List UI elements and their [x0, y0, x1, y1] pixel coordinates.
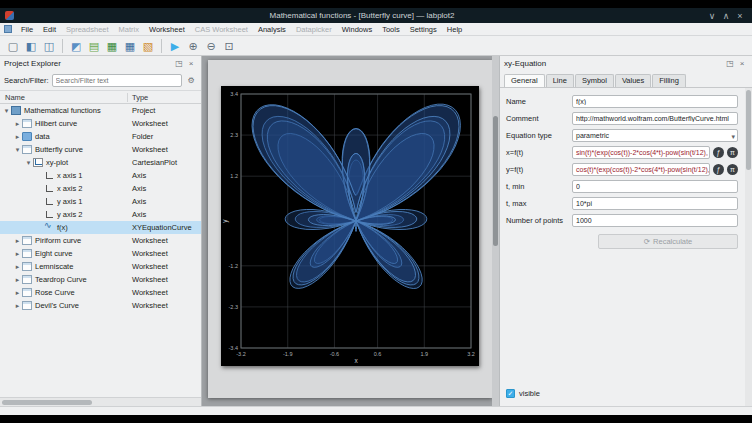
- constants-icon[interactable]: π: [727, 164, 738, 175]
- status-bar: [0, 406, 752, 415]
- maximize-button[interactable]: ∧: [719, 11, 733, 21]
- expander-icon[interactable]: ▸: [13, 263, 22, 271]
- folder-icon: [22, 132, 32, 141]
- tree-row-xy-plot[interactable]: ▾xy-plotCartesianPlot: [0, 156, 202, 169]
- constants-icon[interactable]: π: [727, 147, 738, 158]
- new-matrix-icon[interactable]: ▦: [122, 38, 138, 54]
- x-equation-input[interactable]: sin(t)*(exp(cos(t))-2*cos(4*t)-pow(sin(t…: [572, 146, 710, 159]
- column-name[interactable]: Name: [0, 93, 128, 102]
- tree-row-eight-curve[interactable]: ▸Eight curveWorksheet: [0, 247, 202, 260]
- expander-icon[interactable]: ▾: [2, 107, 11, 115]
- close-dock-icon[interactable]: ×: [736, 59, 748, 68]
- tree-row-data[interactable]: ▸dataFolder: [0, 130, 202, 143]
- zoom-out-icon[interactable]: ⊖: [203, 38, 219, 54]
- expander-icon[interactable]: ▸: [13, 276, 22, 284]
- menu-help[interactable]: Help: [442, 23, 467, 36]
- search-input[interactable]: [52, 74, 182, 87]
- tree-row-lemniscate[interactable]: ▸LemniscateWorksheet: [0, 260, 202, 273]
- tree-row-y-axis-2[interactable]: y axis 2Axis: [0, 208, 202, 221]
- tree-row-teardrop-curve[interactable]: ▸Teardrop CurveWorksheet: [0, 273, 202, 286]
- menu-app-icon: [4, 25, 12, 33]
- new-workbook-icon[interactable]: ▤: [86, 38, 102, 54]
- expander-icon[interactable]: ▸: [13, 289, 22, 297]
- functions-icon[interactable]: ƒ: [713, 164, 724, 175]
- zoom-fit-icon[interactable]: ⊡: [221, 38, 237, 54]
- name-label: Name: [506, 97, 572, 106]
- refresh-icon: ⟳: [644, 237, 650, 246]
- save-project-icon[interactable]: ◫: [41, 38, 57, 54]
- properties-vertical-scrollbar[interactable]: [745, 88, 752, 406]
- y-equation-input[interactable]: cos(t)*(exp(cos(t))-2*cos(4*t)-pow(sin(t…: [572, 163, 710, 176]
- float-dock-icon[interactable]: ◳: [724, 59, 736, 68]
- tree-row-hilbert-curve[interactable]: ▸Hilbert curveWorksheet: [0, 117, 202, 130]
- minimize-button[interactable]: ∨: [705, 11, 719, 21]
- menu-worksheet[interactable]: Worksheet: [144, 23, 190, 36]
- expander-icon[interactable]: ▾: [13, 146, 22, 154]
- scrollbar-thumb[interactable]: [493, 116, 498, 246]
- tree-item-type: Worksheet: [128, 301, 202, 310]
- tree-row-butterfly-curve[interactable]: ▾Butterfly curveWorksheet: [0, 143, 202, 156]
- search-row: Search/Filter: ⚙: [0, 71, 201, 90]
- tab-values[interactable]: Values: [615, 74, 651, 87]
- tab-general[interactable]: General: [504, 74, 545, 87]
- tab-filling[interactable]: Filling: [652, 74, 686, 87]
- tree-item-type: Worksheet: [128, 145, 202, 154]
- toolbar: ▢◧◫◩▤▦▦▧▶⊕⊖⊡: [0, 36, 752, 56]
- tree-item-label: f(x): [57, 223, 68, 232]
- menu-edit[interactable]: Edit: [38, 23, 61, 36]
- comment-input[interactable]: [572, 112, 738, 125]
- expander-icon[interactable]: ▸: [13, 237, 22, 245]
- tree-row-piriform-curve[interactable]: ▸Piriform curveWorksheet: [0, 234, 202, 247]
- points-input[interactable]: [572, 214, 738, 227]
- tmin-input[interactable]: [572, 180, 738, 193]
- worksheet-vertical-scrollbar[interactable]: [492, 56, 499, 406]
- expander-icon[interactable]: ▸: [13, 250, 22, 258]
- column-type[interactable]: Type: [128, 93, 201, 102]
- scrollbar-thumb[interactable]: [746, 90, 751, 170]
- menu-file[interactable]: File: [16, 23, 38, 36]
- menu-settings[interactable]: Settings: [405, 23, 442, 36]
- visible-row: ✓ visible: [506, 389, 738, 400]
- tree-row-y-axis-1[interactable]: y axis 1Axis: [0, 195, 202, 208]
- menu-analysis[interactable]: Analysis: [253, 23, 291, 36]
- new-folder-icon[interactable]: ◩: [68, 38, 84, 54]
- expander-icon[interactable]: ▾: [24, 159, 33, 167]
- tree-item-label: data: [35, 132, 50, 141]
- tree-row-f-x[interactable]: f(x)XYEquationCurve: [0, 221, 202, 234]
- scrollbar-thumb[interactable]: [2, 400, 92, 405]
- expander-icon[interactable]: ▸: [13, 302, 22, 310]
- new-project-icon[interactable]: ▢: [5, 38, 21, 54]
- worksheet-icon: [22, 236, 32, 245]
- plot-area[interactable]: -3.2-1.9-0.60.61.93.2-3.4-2.3-1.21.22.33…: [221, 86, 479, 366]
- open-project-icon[interactable]: ◧: [23, 38, 39, 54]
- new-worksheet-icon[interactable]: ▧: [140, 38, 156, 54]
- name-input[interactable]: [572, 95, 738, 108]
- tree-row-rose-curve[interactable]: ▸Rose CurveWorksheet: [0, 286, 202, 299]
- tree-row-devil-s-curve[interactable]: ▸Devil's CurveWorksheet: [0, 299, 202, 312]
- tab-symbol[interactable]: Symbol: [575, 74, 614, 87]
- tab-line[interactable]: Line: [546, 74, 574, 87]
- play-icon[interactable]: ▶: [167, 38, 183, 54]
- float-dock-icon[interactable]: ◳: [173, 59, 185, 68]
- horizontal-scrollbar[interactable]: [0, 397, 202, 406]
- worksheet-icon: [22, 275, 32, 284]
- tree-row-x-axis-1[interactable]: x axis 1Axis: [0, 169, 202, 182]
- menu-tools[interactable]: Tools: [377, 23, 405, 36]
- menu-windows[interactable]: Windows: [337, 23, 377, 36]
- tree-row-mathematical-functions[interactable]: ▾Mathematical functionsProject: [0, 104, 202, 117]
- zoom-in-icon[interactable]: ⊕: [185, 38, 201, 54]
- recalculate-button[interactable]: ⟳ Recalculate: [598, 234, 738, 249]
- new-spreadsheet-icon[interactable]: ▦: [104, 38, 120, 54]
- svg-text:x: x: [354, 357, 358, 364]
- tree-row-x-axis-2[interactable]: x axis 2Axis: [0, 182, 202, 195]
- expander-icon[interactable]: ▸: [13, 120, 22, 128]
- equation-type-select[interactable]: parametric ▾: [572, 129, 738, 142]
- plot-svg: -3.2-1.9-0.60.61.93.2-3.4-2.3-1.21.22.33…: [221, 86, 479, 366]
- visible-checkbox[interactable]: ✓: [506, 389, 515, 398]
- filter-options-icon[interactable]: ⚙: [185, 76, 197, 85]
- close-dock-icon[interactable]: ×: [185, 59, 197, 68]
- expander-icon[interactable]: ▸: [13, 133, 22, 141]
- close-button[interactable]: ×: [733, 11, 747, 21]
- tmax-input[interactable]: [572, 197, 738, 210]
- functions-icon[interactable]: ƒ: [713, 147, 724, 158]
